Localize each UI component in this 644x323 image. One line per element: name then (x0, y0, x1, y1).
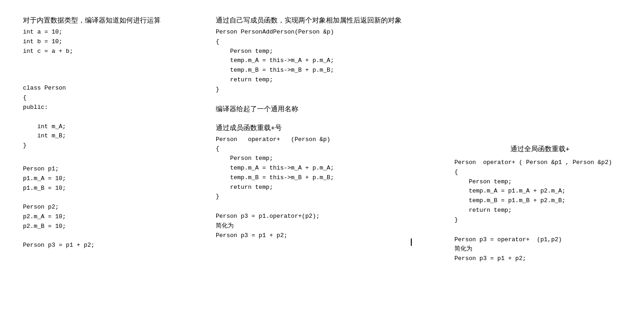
middle-section-3: 通过成员函数重载+号 Person operator+ (Person &p) … (216, 124, 436, 202)
left-section-3: Person p1; p1.m_A = 10; p1.m_B = 10; Per… (23, 164, 197, 250)
middle-code-1: Person PersonAddPerson(Person &p) { Pers… (216, 28, 436, 95)
left-title-1: 对于内置数据类型，编译器知道如何进行运算 (23, 16, 197, 25)
right-title-1: 通过全局函数重载+ (454, 145, 626, 153)
left-section-2: class Person { public: int m_A; int m_B;… (23, 84, 197, 151)
middle-code-3: Person operator+ (Person &p) { Person te… (216, 135, 436, 202)
middle-code-4: Person p3 = p1.operator+(p2); 简化为 Person… (216, 212, 436, 240)
left-code-2: class Person { public: int m_A; int m_B;… (23, 84, 197, 151)
left-section-1: 对于内置数据类型，编译器知道如何进行运算 int a = 10; int b =… (23, 16, 197, 56)
right-section-1: 通过全局函数重载+ Person operator+ ( Person &p1 … (454, 145, 626, 225)
left-column: 对于内置数据类型，编译器知道如何进行运算 int a = 10; int b =… (9, 9, 207, 314)
right-code-1: Person operator+ ( Person &p1 , Person &… (454, 158, 626, 225)
left-code-1: int a = 10; int b = 10; int c = a + b; (23, 28, 197, 56)
middle-title-1: 通过自己写成员函数，实现两个对象相加属性后返回新的对象 (216, 16, 436, 25)
middle-title-3: 通过成员函数重载+号 (216, 124, 436, 132)
right-section-2: Person p3 = operator+ (p1,p2) 简化为 Person… (454, 235, 626, 264)
middle-section-1: 通过自己写成员函数，实现两个对象相加属性后返回新的对象 Person Perso… (216, 16, 436, 95)
middle-section-2: 编译器给起了一个通用名称 (216, 105, 436, 113)
middle-column: 通过自己写成员函数，实现两个对象相加属性后返回新的对象 Person Perso… (207, 9, 445, 314)
text-cursor (410, 238, 412, 246)
page-container: 对于内置数据类型，编译器知道如何进行运算 int a = 10; int b =… (0, 0, 644, 323)
middle-title-2: 编译器给起了一个通用名称 (216, 105, 436, 113)
middle-section-4: Person p3 = p1.operator+(p2); 简化为 Person… (216, 212, 436, 240)
right-column: 通过全局函数重载+ Person operator+ ( Person &p1 … (445, 9, 635, 314)
left-code-3: Person p1; p1.m_A = 10; p1.m_B = 10; Per… (23, 164, 197, 250)
right-code-2: Person p3 = operator+ (p1,p2) 简化为 Person… (454, 235, 626, 264)
